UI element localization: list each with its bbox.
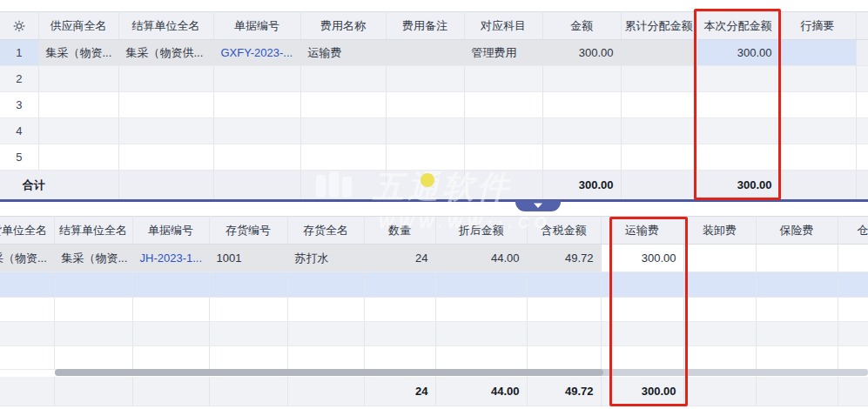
col-header-disc-amount[interactable]: 折后金额 (435, 217, 527, 245)
cell-row-summary[interactable] (779, 40, 856, 66)
empty-cell[interactable] (213, 92, 300, 118)
cell-warehouse[interactable] (838, 245, 868, 272)
empty-cell[interactable] (287, 346, 364, 370)
col-header-fee-note[interactable]: 费用备注 (386, 12, 464, 40)
cell-disc-amount[interactable]: 44.00 (435, 245, 527, 272)
empty-cell[interactable] (779, 92, 856, 118)
empty-cell[interactable] (364, 272, 435, 298)
col-header-doc-no[interactable]: 单据编号 (213, 12, 300, 40)
empty-cell[interactable] (0, 346, 54, 370)
empty-cell[interactable] (696, 66, 779, 92)
empty-cell[interactable] (696, 144, 779, 171)
col-header-qty[interactable]: 数量 (364, 217, 435, 245)
empty-cell[interactable] (118, 92, 213, 118)
empty-cell[interactable] (435, 322, 527, 346)
empty-cell[interactable] (464, 144, 542, 171)
empty-cell[interactable] (38, 66, 118, 92)
empty-cell[interactable] (542, 66, 621, 92)
col-header-settle-unit[interactable]: 结算单位全名 (54, 217, 132, 245)
horizontal-scrollbar-thumb[interactable] (55, 369, 603, 376)
empty-cell[interactable] (132, 272, 209, 298)
empty-cell[interactable] (0, 272, 54, 298)
empty-cell[interactable] (542, 144, 621, 171)
empty-cell[interactable] (118, 66, 213, 92)
empty-cell[interactable] (364, 322, 435, 346)
empty-cell[interactable] (464, 92, 542, 118)
empty-cell[interactable] (38, 144, 118, 171)
empty-cell[interactable] (38, 92, 118, 118)
empty-cell[interactable] (601, 298, 683, 322)
row-number[interactable]: 1 (0, 40, 38, 66)
empty-cell[interactable] (601, 272, 683, 298)
empty-cell[interactable] (683, 298, 756, 322)
empty-cell[interactable] (527, 298, 601, 322)
empty-cell[interactable] (54, 346, 132, 370)
col-header-settle-unit[interactable]: 结算单位全名 (118, 12, 213, 40)
empty-cell[interactable] (287, 322, 364, 346)
cell-this-alloc[interactable]: 300.00 (696, 40, 779, 66)
empty-cell[interactable] (542, 92, 621, 118)
col-header-doc-no[interactable]: 单据编号 (132, 217, 209, 245)
cell-insurance[interactable] (756, 245, 838, 272)
empty-cell[interactable] (132, 298, 209, 322)
empty-cell[interactable] (601, 346, 683, 370)
empty-cell[interactable] (213, 118, 300, 144)
cell-freight[interactable]: 300.00 (601, 245, 683, 272)
col-header-row-summary[interactable]: 行摘要 (779, 12, 856, 40)
empty-cell[interactable] (54, 272, 132, 298)
cell-qty[interactable]: 24 (364, 245, 435, 272)
empty-cell[interactable] (54, 298, 132, 322)
empty-cell[interactable] (132, 322, 209, 346)
grid-settings-button[interactable] (0, 12, 38, 40)
row-number[interactable]: 3 (0, 92, 38, 118)
col-header-warehouse[interactable]: 仓 (838, 217, 868, 245)
collapse-section-button[interactable] (515, 200, 561, 211)
col-header-freight[interactable]: 运输费 (601, 217, 683, 245)
empty-cell[interactable] (527, 272, 601, 298)
empty-cell[interactable] (300, 144, 386, 171)
cell-fee-note[interactable] (386, 40, 464, 66)
cell-settle-unit[interactable]: 集采（物资... (54, 245, 132, 272)
col-header-inv-code[interactable]: 存货编号 (209, 217, 287, 245)
cell-fee-name[interactable]: 运输费 (300, 40, 386, 66)
empty-cell[interactable] (287, 272, 364, 298)
empty-cell[interactable] (300, 118, 386, 144)
empty-cell[interactable] (287, 298, 364, 322)
empty-cell[interactable] (386, 66, 464, 92)
empty-cell[interactable] (756, 322, 838, 346)
empty-cell[interactable] (435, 346, 527, 370)
empty-cell[interactable] (464, 66, 542, 92)
col-header-supplier[interactable]: 供应商全名 (38, 12, 118, 40)
cell-settle-unit[interactable]: 集采（物资供... (118, 40, 213, 66)
empty-cell[interactable] (209, 346, 287, 370)
col-header-subject[interactable]: 对应科目 (464, 12, 542, 40)
empty-cell[interactable] (300, 92, 386, 118)
empty-cell[interactable] (209, 298, 287, 322)
empty-cell[interactable] (213, 144, 300, 171)
empty-cell[interactable] (38, 118, 118, 144)
doc-no-link[interactable]: JH-2023-1... (132, 245, 209, 272)
empty-cell[interactable] (386, 92, 464, 118)
empty-cell[interactable] (779, 118, 856, 144)
empty-cell[interactable] (779, 66, 856, 92)
empty-cell[interactable] (0, 322, 54, 346)
empty-cell[interactable] (213, 66, 300, 92)
empty-cell[interactable] (683, 272, 756, 298)
cell-inv-name[interactable]: 苏打水 (287, 245, 364, 272)
cell-amount[interactable]: 300.00 (542, 40, 621, 66)
empty-cell[interactable] (132, 346, 209, 370)
row-number[interactable]: 2 (0, 66, 38, 92)
empty-cell[interactable] (601, 322, 683, 346)
doc-no-link[interactable]: GXFY-2023-... (213, 40, 300, 66)
row-number[interactable]: 5 (0, 144, 38, 171)
empty-cell[interactable] (621, 92, 696, 118)
col-header-amount[interactable]: 金额 (542, 12, 621, 40)
empty-cell[interactable] (621, 66, 696, 92)
col-header-inv-name[interactable]: 存货全名 (287, 217, 364, 245)
empty-cell[interactable] (756, 272, 838, 298)
empty-cell[interactable] (756, 346, 838, 370)
col-header-insurance[interactable]: 保险费 (756, 217, 838, 245)
empty-cell[interactable] (683, 322, 756, 346)
col-header-this-alloc[interactable]: 本次分配金额 (696, 12, 779, 40)
empty-cell[interactable] (386, 144, 464, 171)
